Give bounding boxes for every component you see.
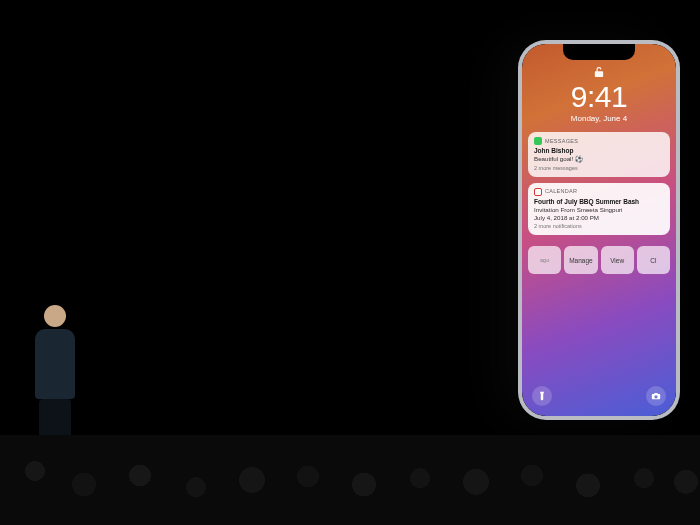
messages-sender: John Bishop xyxy=(534,147,664,155)
audience-silhouette xyxy=(0,435,700,525)
presenter-figure xyxy=(30,305,80,445)
messages-more: 2 more messages xyxy=(534,165,664,172)
action-manage[interactable]: Manage xyxy=(564,246,597,274)
notification-actions: ago Manage View Cl xyxy=(528,246,670,274)
action-view[interactable]: View xyxy=(601,246,634,274)
calendar-subtitle: Invitation From Smeeta Singpuri xyxy=(534,206,664,214)
iphone-mockup: 9:41 Monday, June 4 MESSAGES John Bishop… xyxy=(518,40,680,420)
action-time-hint: ago xyxy=(528,246,561,274)
action-clear[interactable]: Cl xyxy=(637,246,670,274)
display-notch xyxy=(563,44,635,60)
camera-button[interactable] xyxy=(646,386,666,406)
flashlight-button[interactable] xyxy=(532,386,552,406)
messages-body: Beautiful goal! ⚽ xyxy=(534,155,664,163)
calendar-more: 2 more notifications xyxy=(534,223,664,230)
lock-date: Monday, June 4 xyxy=(522,114,676,123)
messages-app-icon xyxy=(534,137,542,145)
calendar-detail: July 4, 2018 at 2:00 PM xyxy=(534,214,664,222)
notification-calendar[interactable]: CALENDAR Fourth of July BBQ Summer Bash … xyxy=(528,183,670,236)
unlock-icon xyxy=(522,66,676,80)
lock-screen: 9:41 Monday, June 4 MESSAGES John Bishop… xyxy=(522,44,676,416)
calendar-app-icon xyxy=(534,188,542,196)
lock-time: 9:41 xyxy=(522,82,676,112)
calendar-title: Fourth of July BBQ Summer Bash xyxy=(534,198,664,206)
calendar-app-label: CALENDAR xyxy=(545,188,577,195)
messages-app-label: MESSAGES xyxy=(545,138,578,145)
stage-photo: 9:41 Monday, June 4 MESSAGES John Bishop… xyxy=(0,0,700,525)
notification-messages[interactable]: MESSAGES John Bishop Beautiful goal! ⚽ 2… xyxy=(528,132,670,177)
